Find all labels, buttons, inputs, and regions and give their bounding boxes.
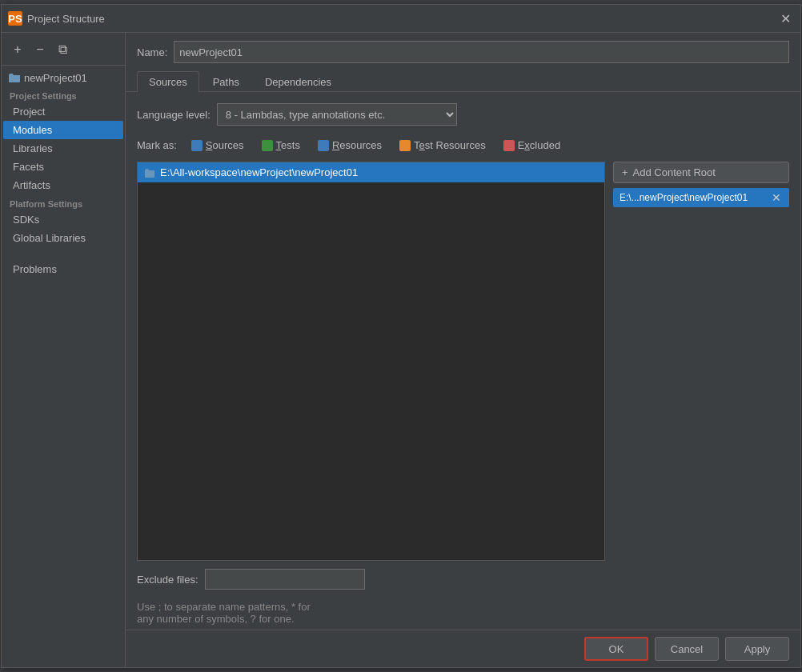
content-root-path: E:\...newProject\newProject01 bbox=[620, 192, 770, 203]
mark-as-row: Mark as: Sources Tests Resources bbox=[137, 137, 789, 154]
project-structure-dialog: PS Project Structure ✕ + − ⧉ newProject0… bbox=[1, 4, 801, 668]
sources-color-icon bbox=[191, 140, 203, 151]
folder-icon bbox=[8, 71, 21, 84]
sidebar-item-problems[interactable]: Problems bbox=[3, 260, 123, 278]
add-content-root-button[interactable]: + Add Content Root bbox=[613, 162, 789, 183]
sidebar-item-facets[interactable]: Facets bbox=[3, 158, 123, 176]
add-content-root-icon: + bbox=[622, 166, 628, 178]
cancel-button[interactable]: Cancel bbox=[655, 637, 719, 661]
add-content-root-label: Add Content Root bbox=[633, 166, 716, 178]
copy-button[interactable]: ⧉ bbox=[53, 41, 72, 58]
window-title: Project Structure bbox=[27, 13, 776, 25]
project-tree-item[interactable]: newProject01 bbox=[2, 69, 125, 86]
tab-paths[interactable]: Paths bbox=[201, 71, 251, 92]
tests-color-icon bbox=[262, 140, 273, 151]
title-bar: PS Project Structure ✕ bbox=[2, 5, 800, 33]
mark-test-resources-button[interactable]: Test Resources bbox=[393, 137, 492, 154]
exclude-files-label: Exclude files: bbox=[137, 574, 198, 586]
exclude-files-input[interactable] bbox=[205, 569, 365, 590]
sidebar-item-project[interactable]: Project bbox=[3, 102, 123, 121]
sidebar: + − ⧉ newProject01 Project Settings Proj… bbox=[2, 33, 126, 667]
hint-text: Use ; to separate name patterns, * foran… bbox=[126, 598, 800, 630]
mark-as-label: Mark as: bbox=[137, 139, 177, 151]
exclude-files-row: Exclude files: bbox=[137, 561, 789, 590]
excluded-color-icon bbox=[503, 140, 515, 151]
app-icon: PS bbox=[8, 11, 22, 26]
source-path-item[interactable]: E:\All-workspace\newProject\newProject01 bbox=[138, 162, 604, 182]
mark-sources-button[interactable]: Sources bbox=[185, 137, 251, 154]
project-name: newProject01 bbox=[24, 72, 87, 84]
ok-button[interactable]: OK bbox=[584, 637, 648, 661]
content-root-item: E:\...newProject\newProject01 ✕ bbox=[613, 188, 789, 207]
mark-tests-button[interactable]: Tests bbox=[255, 137, 307, 154]
name-input[interactable] bbox=[174, 41, 789, 63]
tab-content-sources: Language level: 8 - Lambdas, type annota… bbox=[126, 92, 800, 598]
language-level-label: Language level: bbox=[137, 109, 211, 121]
tab-dependencies[interactable]: Dependencies bbox=[253, 71, 343, 92]
sidebar-item-modules[interactable]: Modules bbox=[3, 121, 123, 139]
add-button[interactable]: + bbox=[8, 41, 27, 58]
sidebar-item-artifacts[interactable]: Artifacts bbox=[3, 176, 123, 194]
project-settings-header: Project Settings bbox=[2, 86, 125, 102]
language-level-select[interactable]: 8 - Lambdas, type annotations etc. bbox=[217, 103, 457, 126]
remove-button[interactable]: − bbox=[30, 41, 50, 58]
content-area: + − ⧉ newProject01 Project Settings Proj… bbox=[2, 33, 800, 667]
sidebar-item-libraries[interactable]: Libraries bbox=[3, 139, 123, 158]
mark-resources-button[interactable]: Resources bbox=[311, 137, 388, 154]
language-level-row: Language level: 8 - Lambdas, type annota… bbox=[137, 103, 789, 126]
name-label: Name: bbox=[137, 46, 167, 58]
content-roots-panel: + Add Content Root E:\...newProject\newP… bbox=[613, 162, 789, 561]
tab-sources[interactable]: Sources bbox=[137, 71, 199, 92]
main-panel: Name: Sources Paths Dependencies La bbox=[126, 33, 800, 667]
tabs-bar: Sources Paths Dependencies bbox=[126, 71, 800, 92]
mark-excluded-button[interactable]: Excluded bbox=[497, 137, 567, 154]
name-row: Name: bbox=[126, 33, 800, 71]
test-resources-color-icon bbox=[399, 140, 411, 151]
platform-settings-header: Platform Settings bbox=[2, 194, 125, 210]
resources-color-icon bbox=[318, 140, 329, 151]
sidebar-toolbar: + − ⧉ bbox=[2, 38, 125, 66]
sidebar-item-sdks[interactable]: SDKs bbox=[3, 210, 123, 229]
close-button[interactable]: ✕ bbox=[776, 10, 794, 27]
source-path-text: E:\All-workspace\newProject\newProject01 bbox=[160, 166, 358, 178]
apply-button[interactable]: Apply bbox=[725, 637, 789, 661]
sources-panel: E:\All-workspace\newProject\newProject01… bbox=[137, 162, 789, 561]
source-folder-icon bbox=[144, 167, 155, 178]
bottom-bar: OK Cancel Apply bbox=[126, 630, 800, 667]
sources-list: E:\All-workspace\newProject\newProject01 bbox=[137, 162, 605, 561]
remove-root-button[interactable]: ✕ bbox=[770, 192, 783, 203]
sidebar-item-global-libraries[interactable]: Global Libraries bbox=[3, 229, 123, 247]
